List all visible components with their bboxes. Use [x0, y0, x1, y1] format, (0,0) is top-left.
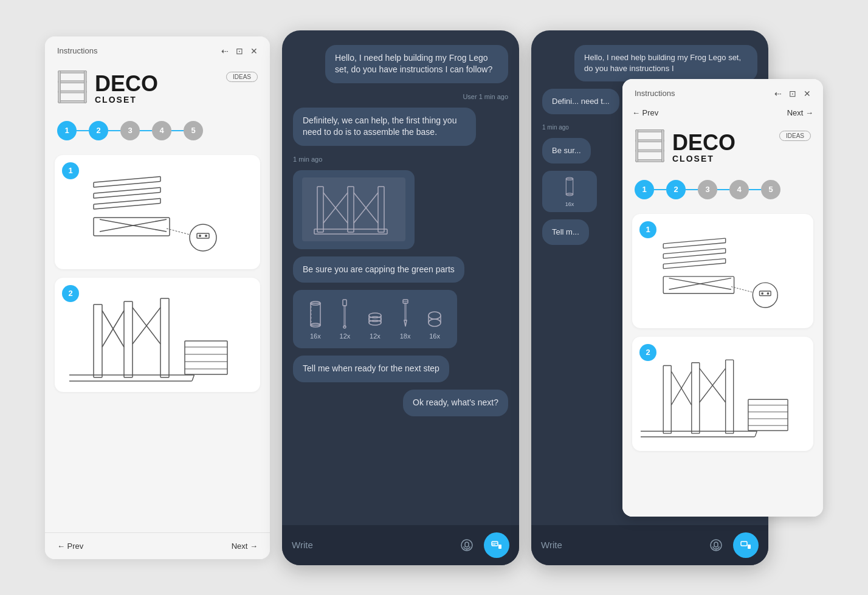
overlay-bookmark-icon[interactable]: ⊡	[789, 89, 796, 98]
svg-point-90	[753, 283, 777, 308]
mic-icon	[461, 539, 473, 551]
overlay-step-num-2: 2	[639, 344, 656, 361]
part-4-label: 18x	[400, 332, 411, 340]
chat-messages: Hello, I need help building my Frog Lego…	[282, 30, 519, 525]
chat-input-bar-right: Write	[531, 525, 768, 565]
overlay-step-dot-1[interactable]: 1	[635, 180, 654, 199]
svg-rect-85	[663, 248, 725, 258]
send-button[interactable]	[484, 532, 509, 558]
svg-rect-25	[185, 341, 227, 374]
overlay-prev-btn[interactable]: ← Prev	[632, 108, 658, 117]
share-icon[interactable]: ⇠	[221, 46, 229, 56]
svg-rect-18	[124, 301, 133, 377]
svg-rect-71	[566, 179, 573, 194]
overlay-next-btn[interactable]: Next →	[787, 108, 813, 117]
svg-point-49	[343, 326, 346, 328]
svg-rect-6	[94, 177, 160, 188]
part-item-1: 16x	[307, 300, 324, 340]
step-num-2: 2	[62, 285, 79, 302]
svg-rect-4	[58, 71, 61, 103]
svg-marker-58	[404, 320, 407, 326]
part-5-icon	[426, 309, 443, 329]
overlay-step-line-1	[654, 189, 666, 190]
msg-1: Hello, I need help building my Frog Lego…	[325, 45, 508, 83]
msg-2-time: 1 min ago	[293, 156, 508, 163]
svg-rect-3	[58, 100, 86, 103]
overlay-step-dot-5[interactable]: 5	[761, 180, 780, 199]
part-2-label: 12x	[340, 332, 351, 340]
overlay-step2-img	[641, 345, 805, 442]
svg-rect-80	[636, 150, 664, 152]
overlay-ideas-badge: IDEAS	[779, 131, 811, 141]
svg-rect-17	[94, 304, 102, 377]
svg-rect-48	[344, 306, 345, 326]
overlay-step1-illustration	[641, 225, 805, 317]
send-button-right[interactable]	[733, 532, 759, 558]
msg-r-2: Defini... need t...	[542, 89, 619, 114]
overlay-header-icons: ⇠ ⊡ ✕	[774, 89, 811, 98]
svg-rect-97	[726, 360, 734, 433]
instructions-content: 1	[45, 149, 270, 532]
svg-rect-69	[498, 545, 501, 549]
close-icon[interactable]: ✕	[250, 46, 258, 56]
main-scene: Instructions ⇠ ⊡ ✕ DECO CLOSET IDEAS	[0, 0, 868, 595]
overlay-step-dot-3[interactable]: 3	[698, 180, 717, 199]
overlay-shelf-icon	[635, 128, 665, 168]
svg-rect-2	[58, 91, 86, 93]
overlay-step-line-2	[686, 189, 698, 190]
overlay-header: Instructions ⇠ ⊡ ✕	[622, 79, 823, 106]
brand-name: DECO	[95, 73, 219, 95]
write-placeholder-right: Write	[541, 540, 562, 550]
part-item-5: 16x	[426, 309, 443, 340]
overlay-close-icon[interactable]: ✕	[804, 89, 811, 98]
svg-rect-102	[641, 431, 757, 436]
mic-button-right[interactable]	[705, 534, 727, 556]
part-3-icon	[366, 311, 384, 329]
ideas-badge: IDEAS	[226, 72, 258, 82]
svg-point-93	[761, 292, 763, 294]
overlay-step-dot-4[interactable]: 4	[729, 180, 749, 199]
overlay-share-icon[interactable]: ⇠	[774, 89, 782, 98]
bookmark-icon[interactable]: ⊡	[236, 46, 243, 56]
overlay-step-line-4	[749, 189, 761, 190]
instructions-header: Instructions ⇠ ⊡ ✕	[45, 36, 270, 63]
deco-brand: DECO CLOSET	[95, 73, 219, 105]
mic-button[interactable]	[456, 534, 478, 556]
deco-header: DECO CLOSET IDEAS	[45, 63, 270, 116]
instructions-footer: ← Prev Next →	[45, 532, 270, 559]
overlay-title: Instructions	[635, 89, 675, 98]
msg-1-time: User 1 min ago	[293, 93, 508, 100]
svg-rect-1	[58, 80, 86, 83]
svg-rect-86	[663, 258, 725, 268]
step-dot-1[interactable]: 1	[57, 121, 77, 140]
step-dot-4[interactable]: 4	[152, 121, 171, 140]
header-icons: ⇠ ⊡ ✕	[221, 46, 258, 56]
assembly-svg	[299, 174, 408, 244]
overlay-step1-img	[641, 222, 805, 320]
svg-rect-64	[465, 542, 469, 547]
step-line-3	[140, 130, 152, 131]
svg-rect-103	[748, 399, 788, 430]
msg-4: Tell me when ready for the next step	[293, 356, 449, 382]
step-dot-5[interactable]: 5	[184, 121, 203, 140]
part-item-2: 12x	[340, 298, 351, 340]
write-placeholder: Write	[292, 540, 313, 550]
overlay-instructions-content: 1	[622, 208, 823, 517]
step2-img	[63, 286, 252, 383]
overlay-step-num-1: 1	[639, 221, 656, 238]
overlay-step-dot-2[interactable]: 2	[666, 180, 686, 199]
svg-rect-24	[69, 375, 195, 381]
next-button-left[interactable]: Next →	[232, 542, 258, 551]
svg-point-16	[205, 235, 207, 237]
svg-rect-74	[714, 542, 718, 547]
svg-rect-76	[741, 542, 747, 546]
svg-rect-83	[662, 129, 664, 162]
assembly-image	[293, 170, 415, 249]
svg-rect-8	[94, 199, 160, 210]
overlay-step2-illustration	[641, 345, 805, 442]
prev-button-left[interactable]: ← Prev	[57, 542, 83, 551]
svg-rect-7	[94, 188, 160, 199]
msg-5: Ok ready, what's next?	[403, 390, 508, 416]
step-dot-3[interactable]: 3	[120, 121, 140, 140]
step-dot-2[interactable]: 2	[89, 121, 108, 140]
